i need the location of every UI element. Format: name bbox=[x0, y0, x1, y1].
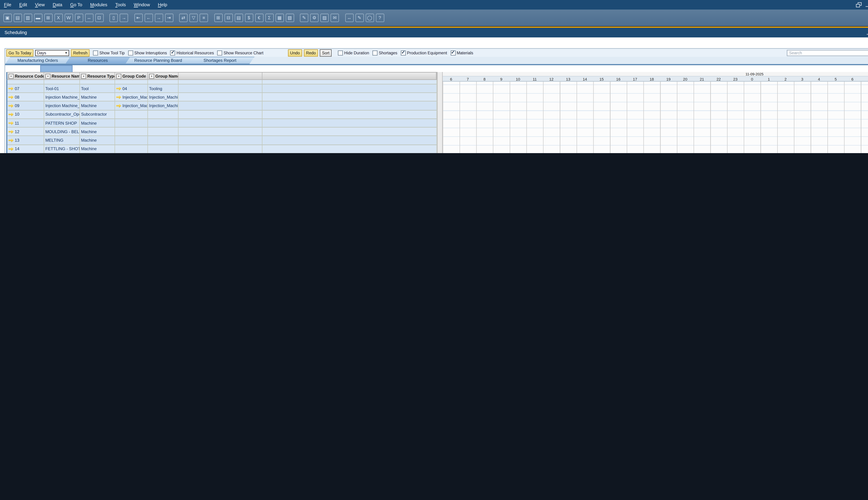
minimize-icon[interactable] bbox=[866, 30, 868, 35]
column-header-group-code[interactable]: ▼Group Code bbox=[115, 72, 148, 79]
edit-icon[interactable]: ✎ bbox=[300, 13, 308, 22]
layout-icon[interactable]: ⊡ bbox=[95, 13, 103, 22]
sort-button[interactable]: Sort bbox=[320, 49, 332, 56]
resource-row[interactable]: 09Injection Machine_02_MachineInjection_… bbox=[7, 102, 437, 111]
duplicate-icon[interactable]: ▤ bbox=[235, 13, 243, 22]
launch-icon[interactable]: ↔ bbox=[85, 13, 93, 22]
last-record-icon[interactable]: ⇥ bbox=[165, 13, 173, 22]
checkbox-shortages[interactable]: Shortages bbox=[373, 50, 397, 55]
cell-group-code[interactable] bbox=[115, 119, 148, 127]
column-header-resource-code[interactable]: ▼Resource Code bbox=[7, 72, 44, 79]
cell-group-code[interactable] bbox=[115, 128, 148, 136]
resource-row[interactable]: 14FETTLING - SHOT BLMachine bbox=[7, 145, 437, 153]
filter-icon[interactable]: ▼ bbox=[116, 73, 121, 79]
column-header-resource-name[interactable]: ▼Resource Name bbox=[44, 72, 80, 79]
globe-icon[interactable]: ◯ bbox=[365, 13, 374, 22]
export-word-icon[interactable]: W bbox=[65, 13, 73, 22]
cell-resource-code[interactable] bbox=[7, 80, 44, 84]
add-row-icon[interactable]: ⊞ bbox=[214, 13, 222, 22]
cell-resource-code[interactable]: 07 bbox=[7, 84, 44, 92]
menu-modules[interactable]: Modules bbox=[86, 2, 111, 7]
cell-group-code[interactable]: 04 bbox=[115, 84, 148, 92]
filter-icon[interactable]: ▼ bbox=[81, 73, 86, 79]
link-arrow-icon[interactable] bbox=[9, 130, 13, 134]
link-arrow-icon[interactable] bbox=[9, 138, 13, 143]
cell-resource-code[interactable]: 10 bbox=[7, 111, 44, 118]
menu-window[interactable]: Window bbox=[130, 2, 154, 7]
cell-resource-code[interactable]: 13 bbox=[7, 136, 44, 144]
lock-icon[interactable]: ▬ bbox=[34, 13, 42, 22]
previous-record-icon[interactable]: ← bbox=[144, 13, 153, 22]
checkbox-box[interactable] bbox=[170, 50, 175, 55]
menu-file[interactable]: File bbox=[0, 2, 15, 7]
document-settings-icon[interactable]: ▨ bbox=[320, 13, 329, 22]
refresh-record-icon[interactable]: ⇄ bbox=[179, 13, 188, 22]
resource-row[interactable]: 08Injection Machine_01_MachineInjection_… bbox=[7, 93, 437, 102]
menu-go-to[interactable]: Go To bbox=[66, 2, 86, 7]
payment-means-icon[interactable]: $ bbox=[244, 13, 253, 22]
resource-row[interactable]: 13MELTINGMachine bbox=[7, 136, 437, 145]
link-arrow-icon[interactable] bbox=[116, 95, 121, 99]
resource-row[interactable] bbox=[7, 80, 437, 84]
cell-resource-code[interactable]: 09 bbox=[7, 102, 44, 110]
checkbox-hide-duration[interactable]: Hide Duration bbox=[338, 50, 369, 55]
print-preview-icon[interactable]: ▥ bbox=[24, 13, 32, 22]
print-icon[interactable]: ▤ bbox=[13, 13, 22, 22]
checkbox-show-tool-tip[interactable]: Show Tool Tip bbox=[93, 50, 125, 55]
notes-icon[interactable]: ✉ bbox=[331, 13, 339, 22]
checkbox-box[interactable] bbox=[450, 50, 456, 55]
gantt-grid[interactable]: 421 bbox=[443, 82, 868, 153]
refresh-button[interactable]: Refresh bbox=[71, 49, 90, 56]
lock-screen-icon[interactable]: ▯ bbox=[110, 13, 118, 22]
link-arrow-icon[interactable] bbox=[9, 87, 13, 90]
export-excel-icon[interactable]: X bbox=[54, 13, 63, 22]
tab-manufacturing-orders[interactable]: Manufacturing Orders bbox=[5, 57, 70, 64]
checkbox-box[interactable] bbox=[93, 50, 98, 55]
target-document-icon[interactable]: ▧ bbox=[285, 13, 294, 22]
go-to-today-button[interactable]: Go To Today bbox=[6, 49, 34, 56]
link-arrow-icon[interactable] bbox=[116, 87, 121, 90]
checkbox-box[interactable] bbox=[338, 50, 343, 55]
share-icon[interactable]: ↔ bbox=[345, 13, 353, 22]
forward-doc-icon[interactable]: → bbox=[119, 13, 128, 22]
form-settings-icon[interactable]: ⚙ bbox=[310, 13, 319, 22]
resource-row[interactable]: 10Subcontractor_OperatSubcontractor bbox=[7, 111, 437, 119]
checkbox-show-resource-chart[interactable]: Show Resource Chart bbox=[217, 50, 264, 55]
checkbox-box[interactable] bbox=[128, 50, 133, 55]
tab-resource-planning-board[interactable]: Resource Planning Board bbox=[125, 57, 191, 64]
gross-profit-icon[interactable]: € bbox=[255, 13, 263, 22]
cell-group-code[interactable] bbox=[115, 80, 148, 84]
checkbox-box[interactable] bbox=[401, 50, 406, 55]
cell-group-code[interactable] bbox=[115, 111, 148, 118]
tab-shortages-report[interactable]: Shortages Report bbox=[185, 57, 254, 64]
filter-icon[interactable]: ▼ bbox=[45, 73, 50, 79]
cell-group-code[interactable]: Injection_Machine: bbox=[115, 93, 148, 101]
checkbox-show-interuptions[interactable]: Show Interuptions bbox=[128, 50, 167, 55]
delete-row-icon[interactable]: ⊟ bbox=[224, 13, 233, 22]
filter-icon[interactable]: ▼ bbox=[9, 73, 13, 79]
checkbox-materials[interactable]: Materials bbox=[450, 50, 473, 55]
column-header-resource-type[interactable]: ▼Resource Type bbox=[80, 72, 115, 79]
link-arrow-icon[interactable] bbox=[9, 104, 13, 108]
checkbox-production-equipment[interactable]: Production Equipment bbox=[401, 50, 447, 55]
minimize-icon[interactable] bbox=[865, 2, 868, 7]
volume-weight-icon[interactable]: Σ bbox=[265, 13, 274, 22]
find-icon[interactable]: ▣ bbox=[3, 13, 12, 22]
first-record-icon[interactable]: ⇤ bbox=[134, 13, 142, 22]
menu-tools[interactable]: Tools bbox=[111, 2, 130, 7]
link-arrow-icon[interactable] bbox=[116, 104, 121, 108]
cell-resource-code[interactable]: 11 bbox=[7, 119, 44, 127]
cell-group-code[interactable] bbox=[115, 145, 148, 153]
filter-icon[interactable]: ▼ bbox=[149, 73, 154, 79]
export-pdf-icon[interactable]: P bbox=[75, 13, 83, 22]
resource-row[interactable]: 07Tool-01Tool04Tooling bbox=[7, 84, 437, 93]
resource-row[interactable]: 11PATTERN SHOPMachine bbox=[7, 119, 437, 128]
menu-view[interactable]: View bbox=[31, 2, 49, 7]
menu-data[interactable]: Data bbox=[49, 2, 66, 7]
help-icon[interactable]: ? bbox=[376, 13, 384, 22]
next-record-icon[interactable]: → bbox=[155, 13, 163, 22]
signature-icon[interactable]: ✎ bbox=[355, 13, 364, 22]
copy-icon[interactable]: ⊞ bbox=[44, 13, 53, 22]
menu-edit[interactable]: Edit bbox=[15, 2, 31, 7]
link-arrow-icon[interactable] bbox=[9, 147, 13, 151]
